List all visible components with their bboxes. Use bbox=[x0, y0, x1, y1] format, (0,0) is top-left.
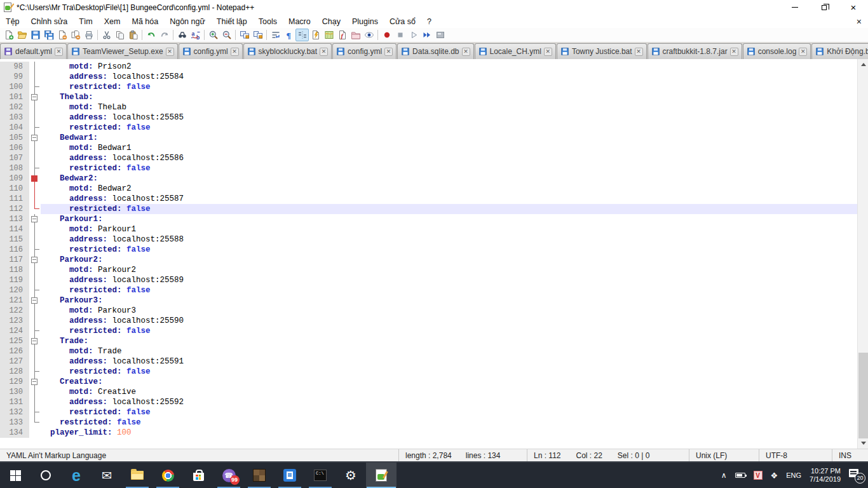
close-all-button[interactable] bbox=[69, 29, 82, 41]
restore-button[interactable] bbox=[810, 0, 839, 15]
tab-console-log[interactable]: console.log✕ bbox=[743, 43, 811, 59]
dropbox-icon[interactable]: ❖ bbox=[771, 471, 778, 480]
editor-line-108[interactable]: 108 restricted: false bbox=[0, 163, 868, 173]
macro-run-multiple-button[interactable] bbox=[420, 29, 433, 41]
editor-line-125[interactable]: 125 Trade: bbox=[0, 336, 868, 346]
editor-line-120[interactable]: 120 restricted: false bbox=[0, 285, 868, 295]
close-document-icon[interactable]: × bbox=[850, 17, 868, 27]
notification-center-button[interactable]: 20 bbox=[849, 468, 864, 482]
scrollbar-thumb[interactable] bbox=[858, 353, 868, 438]
tab-close-icon[interactable]: ✕ bbox=[166, 48, 174, 56]
fold-collapse-icon[interactable] bbox=[29, 295, 41, 306]
macro-play-button[interactable] bbox=[407, 29, 420, 41]
paste-button[interactable] bbox=[126, 29, 140, 41]
fold-collapse-icon[interactable] bbox=[29, 336, 41, 346]
folder-as-workspace-button[interactable] bbox=[349, 29, 362, 41]
menu-item-12[interactable]: Cửa sổ bbox=[384, 16, 421, 27]
editor-line-100[interactable]: 100 restricted: false bbox=[0, 82, 868, 92]
language-indicator[interactable]: ENG bbox=[786, 471, 801, 479]
editor-line-113[interactable]: 113 Parkour1: bbox=[0, 214, 868, 224]
save-all-button[interactable] bbox=[42, 29, 55, 41]
editor-line-123[interactable]: 123 address: localhost:25590 bbox=[0, 316, 868, 326]
status-encoding[interactable]: UTF-8 bbox=[759, 449, 832, 461]
monitoring-button[interactable] bbox=[362, 29, 376, 41]
tab-teamviewer-setup-exe[interactable]: TeamViewer_Setup.exe✕ bbox=[67, 43, 178, 59]
menu-item-9[interactable]: Macro bbox=[283, 16, 316, 27]
editor-line-101[interactable]: 101 Thelab: bbox=[0, 92, 868, 102]
undo-button[interactable] bbox=[144, 29, 158, 41]
taskbar-item-explorer[interactable] bbox=[122, 463, 153, 488]
tab-close-icon[interactable]: ✕ bbox=[55, 48, 63, 56]
tab-kh-i-ng-bat[interactable]: Khởi Động.bat✕ bbox=[811, 43, 868, 59]
tab-close-icon[interactable]: ✕ bbox=[635, 48, 643, 56]
editor-line-109[interactable]: 109 Bedwar2: bbox=[0, 173, 868, 184]
fold-collapse-icon[interactable] bbox=[29, 377, 41, 387]
tab-close-icon[interactable]: ✕ bbox=[799, 48, 807, 56]
zoom-in-button[interactable] bbox=[207, 29, 220, 41]
editor-line-103[interactable]: 103 address: localhost:25585 bbox=[0, 112, 868, 123]
editor-line-124[interactable]: 124 restricted: false bbox=[0, 326, 868, 336]
editor-line-102[interactable]: 102 motd: TheLab bbox=[0, 102, 868, 112]
status-eol-format[interactable]: Unix (LF) bbox=[689, 449, 759, 461]
close-button[interactable] bbox=[55, 29, 69, 41]
taskbar-item-viber[interactable]: ☎99 bbox=[214, 463, 244, 488]
tab-close-icon[interactable]: ✕ bbox=[320, 48, 328, 56]
editor-line-129[interactable]: 129 Creative: bbox=[0, 377, 868, 387]
menu-item-2[interactable]: Chỉnh sửa bbox=[25, 16, 74, 27]
tray-v-app-icon[interactable]: V bbox=[754, 471, 763, 480]
macro-record-button[interactable] bbox=[380, 29, 393, 41]
word-wrap-button[interactable] bbox=[269, 29, 282, 41]
tab-data-sqlite-db[interactable]: Data.sqlite.db✕ bbox=[397, 43, 473, 59]
editor-line-115[interactable]: 115 address: localhost:25588 bbox=[0, 234, 868, 245]
clock[interactable]: 10:27 PM 7/14/2019 bbox=[810, 467, 841, 484]
editor-line-106[interactable]: 106 motd: Bedwar1 bbox=[0, 143, 868, 153]
editor-line-122[interactable]: 122 motd: Parkour3 bbox=[0, 306, 868, 316]
editor-pane[interactable]: 98 motd: Prison299 address: localhost:25… bbox=[0, 59, 868, 449]
copy-button[interactable] bbox=[113, 29, 126, 41]
tray-chevron-up-icon[interactable]: ∧ bbox=[721, 471, 727, 480]
editor-line-104[interactable]: 104 restricted: false bbox=[0, 123, 868, 133]
editor-line-99[interactable]: 99 address: localhost:25584 bbox=[0, 72, 868, 82]
close-button[interactable]: × bbox=[839, 0, 868, 15]
menu-item-1[interactable]: Tệp bbox=[0, 16, 25, 27]
menu-item-7[interactable]: Thiết lập bbox=[211, 16, 253, 27]
tab-config-yml[interactable]: config.yml✕ bbox=[332, 43, 397, 59]
editor-line-114[interactable]: 114 motd: Parkour1 bbox=[0, 224, 868, 234]
fold-collapse-icon[interactable] bbox=[29, 214, 41, 224]
editor-line-132[interactable]: 132 restricted: false bbox=[0, 407, 868, 417]
taskbar-item-minecraft[interactable] bbox=[244, 463, 275, 488]
editor-line-107[interactable]: 107 address: localhost:25586 bbox=[0, 153, 868, 163]
battery-icon[interactable] bbox=[735, 473, 745, 478]
scroll-up-button[interactable] bbox=[858, 59, 868, 70]
fold-collapse-icon[interactable] bbox=[29, 255, 41, 265]
taskbar-item-cmd[interactable]: C:\ bbox=[305, 463, 336, 488]
fold-collapse-icon[interactable] bbox=[29, 92, 41, 102]
editor-line-131[interactable]: 131 address: localhost:25592 bbox=[0, 397, 868, 407]
tab-close-icon[interactable]: ✕ bbox=[544, 48, 552, 56]
editor-line-130[interactable]: 130 motd: Creative bbox=[0, 387, 868, 397]
save-button[interactable] bbox=[29, 29, 42, 41]
taskbar-item-settings[interactable]: ⚙ bbox=[336, 463, 366, 488]
menu-item-4[interactable]: Xem bbox=[98, 16, 126, 27]
status-insert-mode[interactable]: INS bbox=[832, 449, 868, 461]
menu-item-8[interactable]: Tools bbox=[253, 16, 283, 27]
open-file-button[interactable] bbox=[15, 29, 29, 41]
editor-line-118[interactable]: 118 motd: Parkour2 bbox=[0, 265, 868, 275]
fold-collapse-icon[interactable] bbox=[29, 173, 41, 184]
print-button[interactable] bbox=[82, 29, 95, 41]
user-defined-language-button[interactable] bbox=[309, 29, 322, 41]
indent-guide-button[interactable] bbox=[295, 29, 309, 41]
taskbar-item-store[interactable] bbox=[183, 463, 214, 488]
editor-line-116[interactable]: 116 restricted: false bbox=[0, 245, 868, 255]
document-map-button[interactable] bbox=[322, 29, 336, 41]
tab-skyblocklucky-bat[interactable]: skyblocklucky.bat✕ bbox=[243, 43, 332, 59]
tab-close-icon[interactable]: ✕ bbox=[384, 48, 393, 56]
taskbar-item-chrome[interactable] bbox=[153, 463, 183, 488]
function-list-button[interactable]: f bbox=[336, 29, 349, 41]
tab-close-icon[interactable]: ✕ bbox=[462, 48, 470, 56]
taskbar-item-notepad-plus-plus[interactable] bbox=[366, 463, 397, 488]
new-file-button[interactable] bbox=[2, 29, 15, 41]
menu-item-5[interactable]: Mã hóa bbox=[126, 16, 164, 27]
editor-line-98[interactable]: 98 motd: Prison2 bbox=[0, 62, 868, 72]
menu-item-10[interactable]: Chạy bbox=[316, 16, 346, 27]
